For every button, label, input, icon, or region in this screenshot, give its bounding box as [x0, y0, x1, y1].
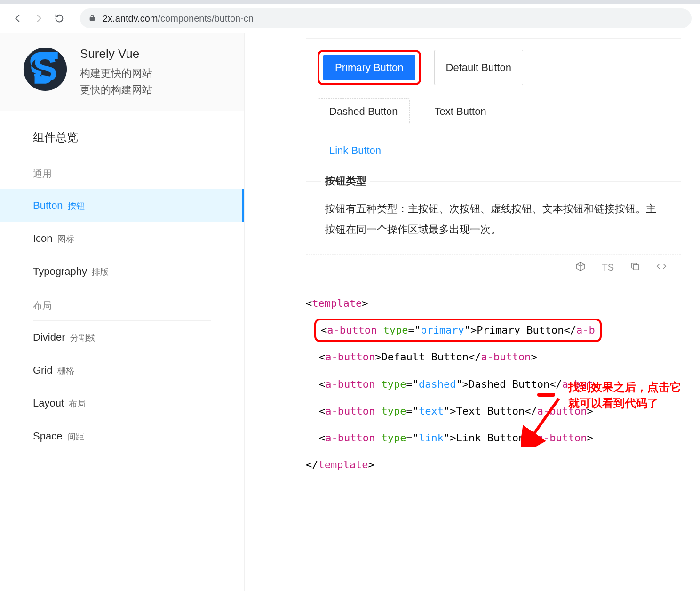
- svg-text:S: S: [33, 48, 58, 89]
- window-chrome: [0, 0, 700, 4]
- menu-overview[interactable]: 组件总览: [0, 119, 244, 156]
- annotation-callout: 找到效果之后，点击它 就可以看到代码了: [568, 379, 700, 411]
- address-bar[interactable]: 2x.antdv.com/components/button-cn: [80, 8, 692, 28]
- forward-button[interactable]: [29, 9, 48, 28]
- menu-item-grid[interactable]: Grid 栅格: [0, 354, 244, 387]
- main-content: Primary Button Default Button Dashed But…: [245, 33, 700, 591]
- promo-surely-vue[interactable]: S Surely Vue 构建更快的网站 更快的构建网站: [0, 33, 244, 111]
- component-menu: 组件总览 通用 Button 按钮 Icon 图标 Typography 排版 …: [0, 111, 244, 453]
- codesandbox-icon[interactable]: [575, 261, 586, 273]
- demo-section-title: 按钮类型: [321, 174, 370, 188]
- promo-title: Surely Vue: [80, 47, 152, 61]
- reload-button[interactable]: [50, 9, 69, 28]
- sidebar: S Surely Vue 构建更快的网站 更快的构建网站 组件总览 通用 But…: [0, 33, 245, 591]
- promo-subtitle-2: 更快的构建网站: [80, 81, 152, 98]
- lock-icon: [88, 13, 96, 24]
- menu-item-typography[interactable]: Typography 排版: [0, 255, 244, 288]
- annotation-highlight-primary: Primary Button: [318, 50, 421, 85]
- dashed-button[interactable]: Dashed Button: [318, 98, 410, 124]
- menu-item-layout[interactable]: Layout 布局: [0, 387, 244, 420]
- browser-toolbar: 2x.antdv.com/components/button-cn: [0, 4, 700, 33]
- copy-icon[interactable]: [630, 261, 640, 273]
- menu-item-divider[interactable]: Divider 分割线: [0, 321, 244, 354]
- default-button[interactable]: Default Button: [434, 50, 523, 85]
- demo-preview: Primary Button Default Button Dashed But…: [306, 39, 681, 181]
- link-button[interactable]: Link Button: [318, 137, 393, 163]
- menu-group-layout: 布局: [0, 288, 244, 318]
- expand-code-icon[interactable]: [656, 261, 667, 273]
- menu-group-general: 通用: [0, 156, 244, 186]
- typescript-toggle[interactable]: TS: [602, 262, 614, 273]
- text-button[interactable]: Text Button: [423, 98, 498, 124]
- demo-section-desc: 按钮有五种类型：主按钮、次按钮、虚线按钮、文本按钮和链接按钮。主按钮在同一个操作…: [325, 199, 662, 240]
- menu-item-icon[interactable]: Icon 图标: [0, 222, 244, 255]
- primary-button[interactable]: Primary Button: [323, 55, 415, 80]
- promo-subtitle-1: 构建更快的网站: [80, 65, 152, 81]
- annotation-underline: [537, 393, 555, 397]
- surely-vue-logo: S: [23, 47, 68, 92]
- menu-item-button[interactable]: Button 按钮: [0, 189, 244, 222]
- svg-rect-2: [633, 264, 638, 270]
- url-text: 2x.antdv.com/components/button-cn: [103, 13, 254, 24]
- menu-item-space[interactable]: Space 间距: [0, 420, 244, 453]
- demo-card: Primary Button Default Button Dashed But…: [306, 38, 681, 280]
- back-button[interactable]: [8, 9, 27, 28]
- demo-actions-bar: TS: [306, 254, 681, 280]
